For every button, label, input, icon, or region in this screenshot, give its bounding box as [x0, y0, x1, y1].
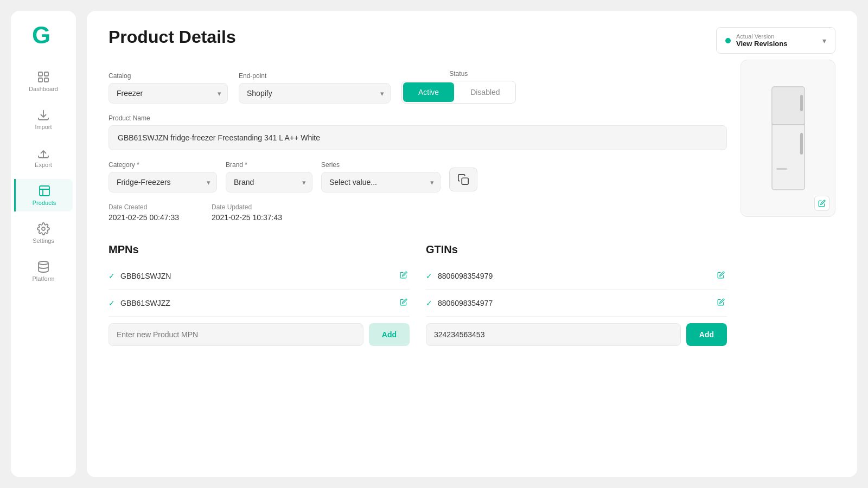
gtin-row-0: ✓ 8806098354979: [426, 262, 727, 290]
catalog-select[interactable]: Freezer: [108, 83, 228, 104]
image-edit-button[interactable]: [814, 196, 829, 211]
series-label: Series: [321, 161, 441, 169]
svg-point-7: [39, 261, 48, 265]
catalog-label: Catalog: [108, 72, 228, 80]
series-group: Series Select value...: [321, 161, 441, 192]
date-created-value: 2021-02-25 00:47:33: [108, 213, 179, 222]
series-select[interactable]: Select value...: [321, 172, 441, 192]
gtin-value-1: 8806098354977: [438, 299, 493, 307]
bottom-section: MPNs ✓ GBB61SWJZN: [108, 243, 727, 346]
version-dot: [725, 38, 731, 43]
pencil-icon: [400, 271, 407, 279]
gtin-title: GTINs: [426, 243, 727, 256]
mpn-row-1-left: ✓ GBB61SWJZZ: [108, 299, 170, 307]
sidebar-item-export-label: Export: [35, 162, 52, 168]
mpn-row-0-left: ✓ GBB61SWJZN: [108, 272, 171, 280]
sidebar-item-platform-label: Platform: [33, 275, 55, 282]
brand-select[interactable]: Brand: [226, 172, 312, 192]
svg-rect-5: [40, 186, 49, 196]
date-updated-group: Date Updated 2021-02-25 10:37:43: [212, 203, 282, 222]
mpn-add-row: Add: [108, 323, 410, 346]
gtin-add-button[interactable]: Add: [686, 323, 727, 346]
date-created-label: Date Created: [108, 203, 179, 211]
gtin-row-1-left: ✓ 8806098354977: [426, 299, 493, 307]
mpn-add-button[interactable]: Add: [369, 323, 410, 346]
mpn-edit-button-1[interactable]: [398, 296, 410, 310]
sidebar-item-settings[interactable]: Settings: [14, 217, 73, 249]
mpn-row-0: ✓ GBB61SWJZN: [108, 262, 410, 290]
gtin-check-icon-1: ✓: [426, 299, 432, 307]
page-header: Product Details Actual Version View Revi…: [108, 27, 835, 54]
status-group: Status Active Disabled: [401, 70, 516, 104]
date-created-group: Date Created 2021-02-25 00:47:33: [108, 203, 179, 222]
sidebar: G Dashboard Import Export: [11, 11, 76, 477]
category-group: Category * Fridge-Freezers: [108, 161, 217, 192]
series-select-wrapper: Select value...: [321, 172, 441, 192]
product-fridge-image: [767, 84, 810, 192]
check-icon-0: ✓: [108, 272, 115, 280]
endpoint-group: End-point Shopify: [239, 72, 391, 104]
gtin-check-icon-0: ✓: [426, 272, 432, 280]
image-edit-icon: [818, 200, 826, 207]
sidebar-item-dashboard[interactable]: Dashboard: [14, 65, 73, 98]
category-brand-series-row: Category * Fridge-Freezers Brand * Brand: [108, 161, 727, 192]
svg-rect-4: [44, 78, 48, 82]
brand-group: Brand * Brand: [226, 161, 312, 192]
gtin-add-row: Add: [426, 323, 727, 346]
copy-button[interactable]: [449, 168, 477, 191]
version-revisions-label: View Revisions: [736, 40, 817, 48]
mpn-section: MPNs ✓ GBB61SWJZN: [108, 243, 410, 346]
date-updated-label: Date Updated: [212, 203, 282, 211]
catalog-endpoint-row: Catalog Freezer End-point Shopify: [108, 70, 727, 104]
sidebar-item-dashboard-label: Dashboard: [29, 86, 58, 92]
mpn-add-input[interactable]: [108, 323, 363, 346]
product-name-group: Product Name: [108, 114, 727, 150]
brand-select-wrapper: Brand: [226, 172, 312, 192]
dates-row: Date Created 2021-02-25 00:47:33 Date Up…: [108, 203, 727, 222]
sidebar-item-import[interactable]: Import: [14, 103, 73, 136]
category-select-wrapper: Fridge-Freezers: [108, 172, 217, 192]
svg-rect-13: [800, 133, 803, 155]
product-name-label: Product Name: [108, 114, 727, 122]
svg-text:G: G: [32, 22, 50, 48]
status-toggle: Active Disabled: [401, 81, 516, 104]
gtin-value-0: 8806098354979: [438, 272, 493, 280]
svg-rect-2: [44, 72, 48, 76]
sidebar-item-products[interactable]: Products: [14, 179, 73, 211]
date-updated-value: 2021-02-25 10:37:43: [212, 213, 282, 222]
form-area: Catalog Freezer End-point Shopify: [108, 70, 835, 346]
gtin-row-0-left: ✓ 8806098354979: [426, 272, 493, 280]
catalog-select-wrapper: Freezer: [108, 83, 228, 104]
main-content: Product Details Actual Version View Revi…: [87, 11, 857, 477]
pencil-icon: [400, 298, 407, 306]
copy-icon: [457, 174, 469, 185]
mpn-edit-button-0[interactable]: [398, 269, 410, 282]
product-name-input[interactable]: [108, 125, 727, 150]
mpn-value-0: GBB61SWJZN: [120, 272, 171, 280]
gtin-edit-button-1[interactable]: [715, 296, 727, 310]
pencil-icon: [717, 271, 725, 279]
endpoint-select-wrapper: Shopify: [239, 83, 391, 104]
gtin-edit-button-0[interactable]: [715, 269, 727, 282]
svg-rect-1: [39, 72, 42, 76]
sidebar-item-products-label: Products: [33, 200, 56, 206]
status-disabled-button[interactable]: Disabled: [455, 81, 515, 103]
app-logo[interactable]: G: [30, 22, 57, 49]
gtin-add-input[interactable]: [426, 323, 681, 346]
svg-rect-3: [39, 78, 42, 82]
sidebar-item-platform[interactable]: Platform: [14, 255, 73, 287]
version-selector[interactable]: Actual Version View Revisions ▾: [716, 27, 835, 54]
mpn-row-1: ✓ GBB61SWJZZ: [108, 290, 410, 317]
endpoint-select[interactable]: Shopify: [239, 83, 391, 104]
page-title: Product Details: [108, 27, 236, 47]
catalog-group: Catalog Freezer: [108, 72, 228, 104]
status-active-button[interactable]: Active: [403, 82, 454, 102]
category-select[interactable]: Fridge-Freezers: [108, 172, 217, 192]
sidebar-item-import-label: Import: [35, 124, 52, 130]
product-image-panel: [741, 60, 835, 217]
mpn-value-1: GBB61SWJZZ: [120, 299, 170, 307]
svg-rect-10: [772, 87, 805, 125]
sidebar-item-export[interactable]: Export: [14, 141, 73, 174]
svg-rect-14: [776, 168, 787, 170]
version-actual-label: Actual Version: [736, 33, 817, 40]
